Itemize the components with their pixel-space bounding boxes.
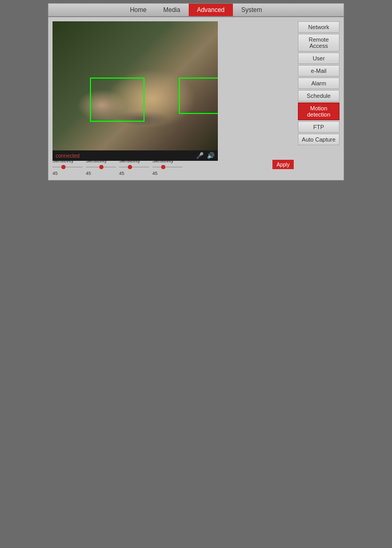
window1-track [53,167,83,168]
window2-value: 45 [86,171,117,176]
sidebar-remote-access[interactable]: Remote Access [298,34,339,52]
sidebar-network[interactable]: Network [298,21,339,33]
window3-slider[interactable] [119,164,149,170]
nav-system[interactable]: System [233,4,270,16]
video-wrapper: connected 🎤 🔊 [53,21,218,150]
sidebar-email[interactable]: e-Mail [298,65,339,77]
apply-button[interactable]: Apply [272,160,294,169]
microphone-icon[interactable]: 🎤 [196,152,204,159]
nav-media[interactable]: Media [155,4,189,16]
window1-slider[interactable] [53,164,83,170]
sidebar-alarm[interactable]: Alarm [298,78,339,89]
window2-slider[interactable] [86,164,116,170]
window2-thumb [99,165,103,169]
video-feed [53,21,218,150]
video-controls: 🎤 🔊 [196,152,215,159]
video-status-bar: connected 🎤 🔊 [53,150,218,161]
content-area: connected 🎤 🔊 Window1 Sensitivity [48,17,344,181]
sidebar-motion-detection[interactable]: Motion detection [298,103,339,120]
nav-home[interactable]: Home [122,4,155,16]
window4-slider[interactable] [152,164,182,170]
sidebar: Network Remote Access User e-Mail Alarm … [298,21,339,176]
window3-track [119,167,149,168]
motion-rect-1 [90,78,145,122]
window4-thumb [161,165,165,169]
video-section: connected 🎤 🔊 Window1 Sensitivity [53,21,294,176]
sidebar-user[interactable]: User [298,53,339,64]
sidebar-auto-capture[interactable]: Auto Capture [298,134,339,145]
window1-thumb [61,165,66,169]
window1-value: 45 [53,171,84,176]
motion-rect-2 [179,78,218,114]
main-container: Home Media Advanced System connected [48,0,344,181]
sidebar-schedule[interactable]: Schedule [298,90,339,101]
sidebar-ftp[interactable]: FTP [298,121,339,133]
window4-track [152,167,182,168]
nav-bar: Home Media Advanced System [48,3,344,17]
window4-value: 45 [152,171,184,176]
window3-value: 45 [119,171,150,176]
nav-advanced[interactable]: Advanced [189,4,233,16]
speaker-icon[interactable]: 🔊 [207,152,215,159]
connection-status: connected [56,153,80,159]
window3-thumb [128,165,132,169]
